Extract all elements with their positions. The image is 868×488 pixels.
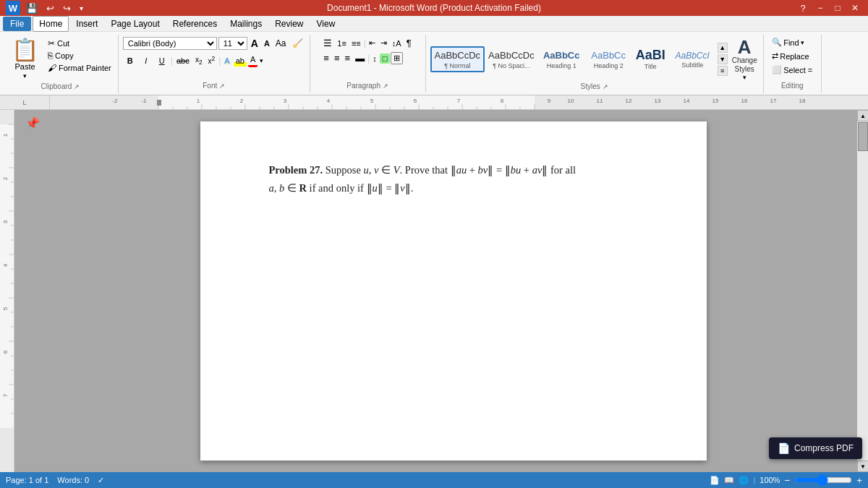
save-quick-btn[interactable]: 💾	[23, 1, 41, 15]
zoom-plus-btn[interactable]: +	[856, 475, 862, 486]
svg-text:17: 17	[770, 98, 777, 104]
svg-rect-51	[0, 124, 14, 428]
clear-formatting-button[interactable]: 🧹	[290, 37, 305, 50]
vertical-ruler: 1 2 3 4 5 6 7	[0, 110, 14, 472]
style-subtitle[interactable]: AaBbCcI Subtitle	[669, 48, 716, 72]
bullets-button[interactable]: ☰	[321, 36, 334, 50]
font-family-select[interactable]: Calibri (Body)	[123, 37, 217, 50]
styles-more[interactable]: ≡	[718, 66, 728, 76]
close-btn[interactable]: ✕	[848, 1, 862, 15]
font-color-button[interactable]: A	[248, 53, 258, 67]
italic-button[interactable]: I	[139, 55, 153, 67]
sort-button[interactable]: ↕A	[390, 38, 404, 49]
multilevel-button[interactable]: ≡≡	[349, 38, 363, 49]
line-spacing-button[interactable]: ↕	[370, 53, 379, 64]
superscript-button[interactable]: x2	[206, 53, 218, 67]
select-icon: ⬜	[772, 65, 782, 74]
zoom-level: 100%	[760, 476, 780, 484]
right-scrollbar[interactable]: ▲ ▼	[856, 110, 868, 472]
undo-quick-btn[interactable]: ↩	[43, 1, 57, 15]
menu-item-file[interactable]: File	[3, 17, 31, 31]
decrease-indent-button[interactable]: ⇤	[367, 37, 378, 49]
svg-text:7: 7	[2, 393, 9, 397]
menu-item-review[interactable]: Review	[269, 17, 309, 31]
menu-item-pagelayout[interactable]: Page Layout	[105, 17, 165, 31]
style-normal[interactable]: AaBbCcDc ¶ Normal	[430, 46, 485, 72]
numbering-button[interactable]: 1≡	[335, 38, 349, 49]
document-page[interactable]: Problem 27. Suppose u, v ∈ V. Prove that…	[200, 121, 707, 461]
style-title[interactable]: AaBI Title	[632, 46, 669, 72]
paragraph-group-label: Paragraph ↗	[315, 82, 421, 91]
font-size-select[interactable]: 11	[218, 37, 247, 50]
font-color-dropdown[interactable]: ▾	[259, 57, 264, 64]
align-left-button[interactable]: ≡	[321, 51, 331, 65]
scroll-down-btn[interactable]: ▼	[857, 461, 868, 472]
style-heading2[interactable]: AaBbCc Heading 2	[585, 47, 632, 72]
menu-item-references[interactable]: References	[167, 17, 223, 31]
text-effects-button[interactable]: A	[222, 55, 231, 67]
zoom-minus-btn[interactable]: −	[784, 475, 790, 486]
align-right-button[interactable]: ≡	[343, 51, 353, 65]
menu-item-insert[interactable]: Insert	[70, 17, 103, 31]
compress-pdf-button[interactable]: 📄 Compress PDF	[769, 437, 862, 459]
text-highlight-button[interactable]: ab	[234, 55, 247, 67]
minimize-btn[interactable]: −	[813, 1, 827, 15]
view-read-btn[interactable]: 📖	[724, 476, 734, 485]
redo-quick-btn[interactable]: ↪	[60, 1, 74, 15]
view-print-btn[interactable]: 📄	[710, 476, 720, 485]
justify-button[interactable]: ▬	[353, 51, 367, 65]
svg-text:9: 9	[548, 98, 551, 104]
copy-button[interactable]: ⎘ Copy	[46, 50, 114, 61]
app-icon: W	[6, 1, 20, 15]
find-dropdown[interactable]: ▾	[801, 39, 804, 46]
help-btn[interactable]: ?	[796, 1, 810, 15]
find-button[interactable]: 🔍 Find ▾	[769, 36, 807, 48]
ruler-area: L	[0, 95, 868, 110]
font-grow-button[interactable]: A	[249, 36, 260, 51]
svg-text:6: 6	[2, 350, 9, 354]
title-bar: W 💾 ↩ ↪ ▾ Document1 - Microsoft Word (Pr…	[0, 0, 868, 16]
paragraph-group: ☰ 1≡ ≡≡ | ⇤ ⇥ ↕A ¶ ≡ ≡ ≡ ▬ | ↕ □ ⊞ Parag…	[310, 35, 426, 93]
svg-text:16: 16	[741, 98, 748, 104]
replace-button[interactable]: ⇄ Replace	[769, 50, 812, 62]
menu-item-home[interactable]: Home	[33, 16, 69, 32]
svg-text:14: 14	[684, 98, 690, 104]
customize-quick-btn[interactable]: ▾	[77, 3, 86, 14]
svg-text:10: 10	[568, 98, 574, 104]
borders-button[interactable]: ⊞	[391, 52, 403, 64]
center-button[interactable]: ≡	[332, 51, 342, 65]
scroll-thumb[interactable]	[858, 122, 868, 151]
strikethrough-button[interactable]: abc	[174, 55, 192, 67]
styles-scroll-down[interactable]: ▼	[718, 54, 728, 64]
paste-dropdown-arrow[interactable]: ▾	[23, 72, 27, 80]
underline-button[interactable]: U	[155, 55, 169, 67]
problem-line2: a, b ∈ R if and only if ‖u‖ = ‖v‖.	[269, 179, 652, 197]
menu-item-view[interactable]: View	[311, 17, 341, 31]
show-para-button[interactable]: ¶	[404, 36, 414, 50]
font-shrink-button[interactable]: A	[262, 38, 272, 49]
styles-scroll-up[interactable]: ▲	[718, 43, 728, 53]
style-no-spacing[interactable]: AaBbCcDc ¶ No Spaci...	[485, 47, 538, 72]
replace-icon: ⇄	[772, 51, 778, 61]
zoom-slider[interactable]	[794, 474, 852, 486]
menu-item-mailings[interactable]: Mailings	[224, 17, 268, 31]
cut-button[interactable]: ✂ Cut	[46, 38, 114, 49]
scroll-up-btn[interactable]: ▲	[857, 110, 868, 121]
font-divider2: |	[218, 56, 221, 66]
clipboard-group: 📋 Paste ▾ ✂ Cut ⎘ Copy 🖌 Format P	[3, 35, 119, 93]
increase-indent-button[interactable]: ⇥	[378, 37, 389, 49]
paste-button[interactable]: 📋 Paste ▾	[7, 36, 43, 82]
subscript-button[interactable]: x2	[193, 54, 205, 67]
change-styles-button[interactable]: A ChangeStyles ▾	[731, 36, 759, 82]
maximize-btn[interactable]: □	[830, 1, 845, 15]
select-button[interactable]: ⬜ Select =	[769, 64, 815, 76]
style-heading1[interactable]: AaBbCc Heading 1	[538, 47, 585, 72]
font-group: Calibri (Body) 11 A A Aa 🧹 B I U | abc x…	[119, 35, 310, 93]
view-web-btn[interactable]: 🌐	[739, 476, 749, 485]
paste-icon: 📋	[12, 39, 38, 61]
format-painter-button[interactable]: 🖌 Format Painter	[46, 62, 114, 74]
font-case-button[interactable]: Aa	[273, 37, 289, 50]
panel-icon-1[interactable]: 📌	[22, 113, 43, 133]
shading-button[interactable]: □	[380, 53, 391, 64]
bold-button[interactable]: B	[123, 55, 137, 67]
